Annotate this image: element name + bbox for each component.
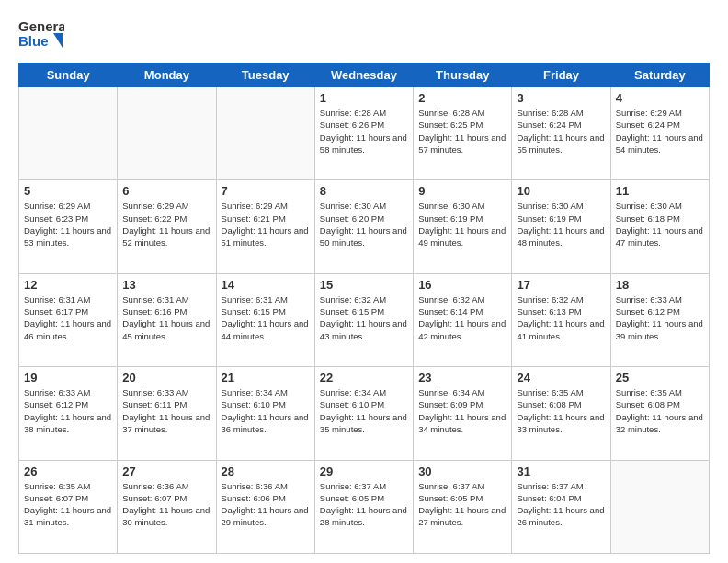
calendar-cell: 30Sunrise: 6:37 AM Sunset: 6:05 PM Dayli… <box>414 460 512 553</box>
calendar-cell: 17Sunrise: 6:32 AM Sunset: 6:13 PM Dayli… <box>512 273 610 366</box>
calendar-cell: 9Sunrise: 6:30 AM Sunset: 6:19 PM Daylig… <box>414 180 512 273</box>
day-info: Sunrise: 6:29 AM Sunset: 6:23 PM Dayligh… <box>24 200 112 248</box>
svg-text:General: General <box>18 18 64 34</box>
calendar-cell: 4Sunrise: 6:29 AM Sunset: 6:24 PM Daylig… <box>610 87 709 180</box>
day-number: 12 <box>24 278 112 292</box>
day-info: Sunrise: 6:35 AM Sunset: 6:08 PM Dayligh… <box>517 386 605 435</box>
calendar-cell <box>19 87 118 180</box>
day-number: 1 <box>320 91 408 105</box>
day-info: Sunrise: 6:35 AM Sunset: 6:08 PM Dayligh… <box>616 386 704 435</box>
day-number: 26 <box>24 465 112 478</box>
day-number: 8 <box>320 184 408 198</box>
calendar-cell: 13Sunrise: 6:31 AM Sunset: 6:16 PM Dayli… <box>118 273 216 366</box>
day-number: 27 <box>122 465 210 478</box>
calendar-cell: 31Sunrise: 6:37 AM Sunset: 6:04 PM Dayli… <box>512 460 610 553</box>
day-info: Sunrise: 6:29 AM Sunset: 6:22 PM Dayligh… <box>122 200 210 248</box>
day-number: 7 <box>222 184 310 198</box>
day-info: Sunrise: 6:28 AM Sunset: 6:26 PM Dayligh… <box>320 107 408 155</box>
day-info: Sunrise: 6:35 AM Sunset: 6:07 PM Dayligh… <box>24 480 112 529</box>
day-number: 28 <box>222 465 310 478</box>
week-row-1: 1Sunrise: 6:28 AM Sunset: 6:26 PM Daylig… <box>19 87 710 180</box>
weekday-header-tuesday: Tuesday <box>216 63 314 87</box>
calendar-cell: 12Sunrise: 6:31 AM Sunset: 6:17 PM Dayli… <box>19 273 118 366</box>
calendar-cell: 25Sunrise: 6:35 AM Sunset: 6:08 PM Dayli… <box>610 367 709 460</box>
day-info: Sunrise: 6:33 AM Sunset: 6:12 PM Dayligh… <box>616 293 704 342</box>
day-info: Sunrise: 6:33 AM Sunset: 6:12 PM Dayligh… <box>24 386 112 435</box>
day-info: Sunrise: 6:34 AM Sunset: 6:09 PM Dayligh… <box>418 386 506 435</box>
day-info: Sunrise: 6:28 AM Sunset: 6:24 PM Dayligh… <box>517 107 605 155</box>
svg-text:Blue: Blue <box>18 33 49 49</box>
calendar-cell: 28Sunrise: 6:36 AM Sunset: 6:06 PM Dayli… <box>216 460 314 553</box>
calendar-cell <box>216 87 314 180</box>
day-number: 24 <box>517 371 605 385</box>
calendar-cell: 16Sunrise: 6:32 AM Sunset: 6:14 PM Dayli… <box>414 273 512 366</box>
day-info: Sunrise: 6:31 AM Sunset: 6:16 PM Dayligh… <box>122 293 210 342</box>
day-number: 5 <box>24 184 112 198</box>
calendar-cell: 18Sunrise: 6:33 AM Sunset: 6:12 PM Dayli… <box>610 273 709 366</box>
calendar-cell: 6Sunrise: 6:29 AM Sunset: 6:22 PM Daylig… <box>118 180 216 273</box>
weekday-header-wednesday: Wednesday <box>314 63 413 87</box>
day-number: 23 <box>418 371 506 385</box>
calendar-cell <box>118 87 216 180</box>
calendar-cell: 29Sunrise: 6:37 AM Sunset: 6:05 PM Dayli… <box>314 460 413 553</box>
calendar-cell: 21Sunrise: 6:34 AM Sunset: 6:10 PM Dayli… <box>216 367 314 460</box>
day-info: Sunrise: 6:34 AM Sunset: 6:10 PM Dayligh… <box>222 386 310 435</box>
day-info: Sunrise: 6:32 AM Sunset: 6:13 PM Dayligh… <box>517 293 605 342</box>
calendar-cell: 23Sunrise: 6:34 AM Sunset: 6:09 PM Dayli… <box>414 367 512 460</box>
day-number: 19 <box>24 371 112 385</box>
calendar-cell: 20Sunrise: 6:33 AM Sunset: 6:11 PM Dayli… <box>118 367 216 460</box>
calendar-cell: 2Sunrise: 6:28 AM Sunset: 6:25 PM Daylig… <box>414 87 512 180</box>
day-number: 6 <box>122 184 210 198</box>
day-number: 31 <box>517 465 605 478</box>
day-info: Sunrise: 6:30 AM Sunset: 6:19 PM Dayligh… <box>418 200 506 248</box>
weekday-header-friday: Friday <box>512 63 610 87</box>
day-number: 3 <box>517 91 605 105</box>
calendar-cell: 7Sunrise: 6:29 AM Sunset: 6:21 PM Daylig… <box>216 180 314 273</box>
header: GeneralBlue <box>18 15 710 53</box>
calendar-cell: 5Sunrise: 6:29 AM Sunset: 6:23 PM Daylig… <box>19 180 118 273</box>
week-row-2: 5Sunrise: 6:29 AM Sunset: 6:23 PM Daylig… <box>19 180 710 273</box>
day-info: Sunrise: 6:37 AM Sunset: 6:05 PM Dayligh… <box>320 480 408 529</box>
calendar-cell: 10Sunrise: 6:30 AM Sunset: 6:19 PM Dayli… <box>512 180 610 273</box>
day-info: Sunrise: 6:37 AM Sunset: 6:04 PM Dayligh… <box>517 480 605 529</box>
week-row-3: 12Sunrise: 6:31 AM Sunset: 6:17 PM Dayli… <box>19 273 710 366</box>
day-number: 9 <box>418 184 506 198</box>
day-number: 16 <box>418 278 506 292</box>
page: GeneralBlue SundayMondayTuesdayWednesday… <box>0 0 728 563</box>
calendar-table: SundayMondayTuesdayWednesdayThursdayFrid… <box>18 63 710 554</box>
calendar-cell: 22Sunrise: 6:34 AM Sunset: 6:10 PM Dayli… <box>314 367 413 460</box>
day-number: 18 <box>616 278 704 292</box>
day-info: Sunrise: 6:30 AM Sunset: 6:18 PM Dayligh… <box>616 200 704 248</box>
week-row-4: 19Sunrise: 6:33 AM Sunset: 6:12 PM Dayli… <box>19 367 710 460</box>
day-info: Sunrise: 6:36 AM Sunset: 6:07 PM Dayligh… <box>122 480 210 529</box>
day-info: Sunrise: 6:31 AM Sunset: 6:17 PM Dayligh… <box>24 293 112 342</box>
day-number: 20 <box>122 371 210 385</box>
day-info: Sunrise: 6:31 AM Sunset: 6:15 PM Dayligh… <box>222 293 310 342</box>
day-number: 2 <box>418 91 506 105</box>
logo: GeneralBlue <box>18 15 64 53</box>
day-info: Sunrise: 6:32 AM Sunset: 6:14 PM Dayligh… <box>418 293 506 342</box>
day-number: 25 <box>616 371 704 385</box>
day-number: 14 <box>222 278 310 292</box>
day-info: Sunrise: 6:30 AM Sunset: 6:19 PM Dayligh… <box>517 200 605 248</box>
week-row-5: 26Sunrise: 6:35 AM Sunset: 6:07 PM Dayli… <box>19 460 710 553</box>
day-info: Sunrise: 6:33 AM Sunset: 6:11 PM Dayligh… <box>122 386 210 435</box>
day-number: 21 <box>222 371 310 385</box>
day-info: Sunrise: 6:28 AM Sunset: 6:25 PM Dayligh… <box>418 107 506 155</box>
day-number: 10 <box>517 184 605 198</box>
day-info: Sunrise: 6:36 AM Sunset: 6:06 PM Dayligh… <box>222 480 310 529</box>
calendar-cell: 3Sunrise: 6:28 AM Sunset: 6:24 PM Daylig… <box>512 87 610 180</box>
day-info: Sunrise: 6:30 AM Sunset: 6:20 PM Dayligh… <box>320 200 408 248</box>
day-number: 17 <box>517 278 605 292</box>
calendar-cell: 11Sunrise: 6:30 AM Sunset: 6:18 PM Dayli… <box>610 180 709 273</box>
weekday-header-sunday: Sunday <box>19 63 118 87</box>
calendar-cell: 26Sunrise: 6:35 AM Sunset: 6:07 PM Dayli… <box>19 460 118 553</box>
calendar-cell: 14Sunrise: 6:31 AM Sunset: 6:15 PM Dayli… <box>216 273 314 366</box>
day-info: Sunrise: 6:34 AM Sunset: 6:10 PM Dayligh… <box>320 386 408 435</box>
svg-marker-2 <box>53 33 63 48</box>
day-number: 30 <box>418 465 506 478</box>
day-info: Sunrise: 6:32 AM Sunset: 6:15 PM Dayligh… <box>320 293 408 342</box>
weekday-header-row: SundayMondayTuesdayWednesdayThursdayFrid… <box>19 63 710 87</box>
weekday-header-monday: Monday <box>118 63 216 87</box>
day-number: 13 <box>122 278 210 292</box>
